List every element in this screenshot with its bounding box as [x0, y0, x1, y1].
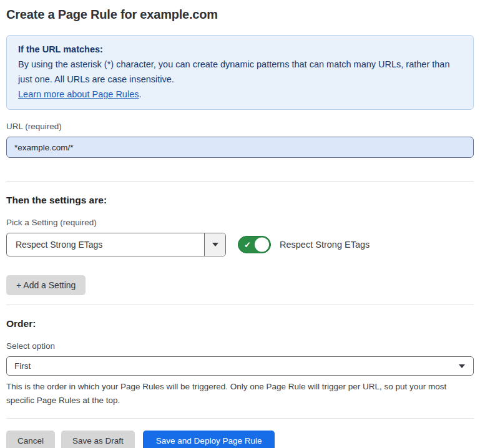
add-setting-button[interactable]: + Add a Setting: [6, 275, 86, 295]
setting-toggle[interactable]: ✓: [238, 236, 271, 253]
setting-select-value: Respect Strong ETags: [7, 233, 204, 256]
toggle-knob: [255, 238, 269, 252]
setting-picker-label: Pick a Setting (required): [6, 218, 474, 227]
check-icon: ✓: [244, 241, 251, 249]
info-box-heading: If the URL matches:: [18, 42, 462, 57]
setting-row: Respect Strong ETags ✓ Respect Strong ET…: [6, 233, 474, 256]
page-rule-form: Create a Page Rule for example.com If th…: [0, 7, 480, 448]
save-and-deploy-button[interactable]: Save and Deploy Page Rule: [143, 431, 275, 448]
link-suffix: .: [139, 89, 141, 99]
section-divider: [6, 304, 474, 305]
order-help-text: This is the order in which your Page Rul…: [6, 380, 471, 407]
info-box-link-line: Learn more about Page Rules.: [18, 87, 462, 102]
order-select-label: Select option: [6, 341, 474, 351]
setting-toggle-label: Respect Strong ETags: [280, 240, 370, 250]
save-as-draft-button[interactable]: Save as Draft: [61, 431, 135, 448]
form-actions: Cancel Save as Draft Save and Deploy Pag…: [6, 431, 474, 448]
order-select[interactable]: First: [6, 356, 474, 376]
section-divider: [6, 181, 474, 182]
url-field-label: URL (required): [6, 122, 474, 131]
setting-select-arrow-button[interactable]: [204, 233, 225, 256]
order-select-chevron: [451, 357, 473, 375]
section-divider: [6, 418, 474, 419]
order-select-value: First: [7, 357, 451, 375]
setting-select[interactable]: Respect Strong ETags: [6, 233, 226, 256]
setting-toggle-group: ✓ Respect Strong ETags: [238, 236, 370, 253]
url-input[interactable]: [6, 137, 474, 158]
url-match-info-box: If the URL matches: By using the asteris…: [6, 35, 474, 110]
settings-section-heading: Then the settings are:: [6, 195, 474, 206]
learn-more-link[interactable]: Learn more about Page Rules: [18, 89, 139, 99]
order-section-heading: Order:: [6, 318, 474, 329]
page-title: Create a Page Rule for example.com: [6, 7, 474, 22]
dropdown-arrow-icon: [212, 243, 218, 246]
chevron-down-icon: [459, 364, 465, 368]
cancel-button[interactable]: Cancel: [6, 431, 55, 448]
info-box-body: By using the asterisk (*) character, you…: [18, 57, 462, 87]
